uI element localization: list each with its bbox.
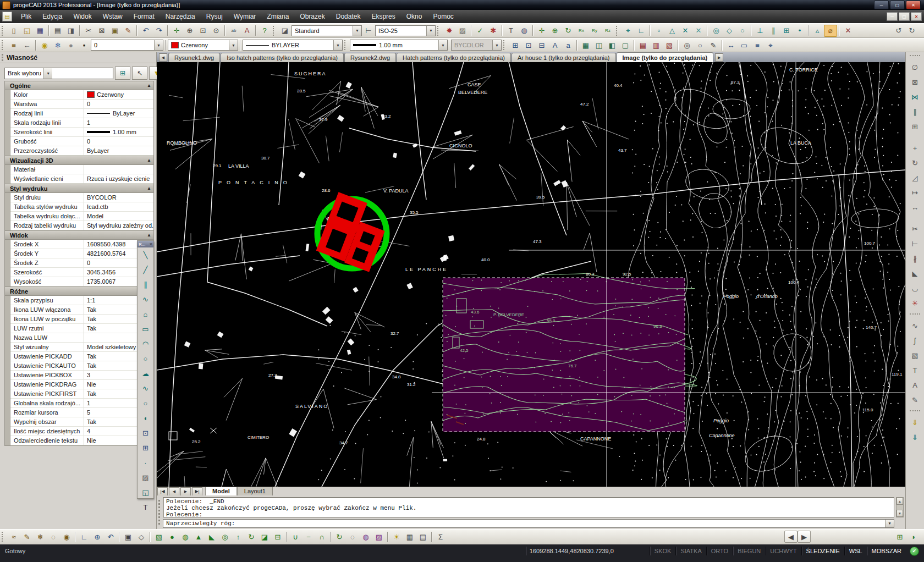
area-inquiry-icon[interactable]: ▭ bbox=[738, 39, 751, 51]
property-section-header[interactable]: Widok▲ bbox=[4, 230, 154, 240]
property-value[interactable]: Czerwony bbox=[84, 90, 153, 100]
image-frame-icon[interactable]: ▢ bbox=[619, 39, 632, 51]
mdi-restore-button[interactable]: ▢ bbox=[899, 12, 910, 21]
menu-wymiar[interactable]: Wymiar bbox=[228, 10, 262, 23]
ucs-world-icon[interactable]: ⊕ bbox=[91, 531, 104, 543]
layer-freeze-obj-icon[interactable]: ❄ bbox=[34, 531, 47, 543]
tab-scroll-right-icon[interactable]: ▶ bbox=[715, 53, 723, 62]
xref-attach-icon[interactable]: ▤ bbox=[636, 39, 650, 51]
attribute-edit-icon[interactable]: a bbox=[562, 39, 575, 51]
ucs-previous-icon[interactable]: ↶ bbox=[104, 531, 117, 543]
view-next-icon[interactable]: ▶ bbox=[798, 531, 811, 543]
scroll-down-b-icon[interactable]: ⇓ bbox=[908, 430, 923, 445]
snap-clear-icon[interactable]: ✕ bbox=[842, 25, 855, 37]
maximize-button[interactable]: ▢ bbox=[890, 1, 905, 9]
document-tab[interactable]: Hatch patterns (tylko do przeglądania) bbox=[397, 53, 511, 62]
status-toggle-mobszar[interactable]: MOBSZAR bbox=[867, 547, 906, 555]
hide-icon[interactable]: ◌ bbox=[346, 531, 359, 543]
find-replace-icon[interactable]: ✱ bbox=[487, 25, 500, 37]
solid-cone-icon[interactable]: ▲ bbox=[192, 531, 205, 543]
view-named-icon[interactable]: ▣ bbox=[122, 531, 135, 543]
light-icon[interactable]: ☀ bbox=[390, 531, 403, 543]
solid-wedge-icon[interactable]: ◣ bbox=[205, 531, 218, 543]
status-toggle-skok[interactable]: SKOK bbox=[650, 547, 676, 555]
mirror-icon[interactable]: ⋈ bbox=[908, 90, 923, 104]
snap-settings-icon[interactable]: ⌖ bbox=[622, 25, 635, 37]
status-toggle-siatka[interactable]: SIATKA bbox=[675, 547, 706, 555]
line-icon[interactable]: ╲ bbox=[138, 247, 153, 262]
rotate-y-icon[interactable]: Ry bbox=[588, 25, 601, 37]
xref-bind-icon[interactable]: ▥ bbox=[650, 39, 663, 51]
layer-bulb-icon[interactable]: ◉ bbox=[38, 39, 51, 51]
copy-icon[interactable]: ⊠ bbox=[95, 25, 108, 37]
layer-manager-icon[interactable]: ≡ bbox=[7, 39, 20, 51]
property-value[interactable]: Styl wydruku zależny od... bbox=[84, 221, 153, 230]
style-manager-icon[interactable]: ◪ bbox=[278, 25, 292, 37]
trim-icon[interactable]: ✂ bbox=[908, 222, 923, 236]
multiline-icon[interactable]: ∥ bbox=[138, 277, 153, 292]
property-value[interactable] bbox=[84, 165, 153, 174]
pan-icon[interactable]: ✛ bbox=[170, 25, 183, 37]
rotate-x-icon[interactable]: Rx bbox=[575, 25, 588, 37]
menu-pomoc[interactable]: Pomoc bbox=[427, 10, 459, 23]
ucs-icon-icon[interactable]: ∟ bbox=[78, 531, 91, 543]
layer-freeze-icon[interactable]: ❄ bbox=[51, 39, 64, 51]
linetype-combo[interactable]: BYLAYER bbox=[243, 40, 343, 51]
subtract-icon[interactable]: − bbox=[302, 531, 315, 543]
menu-edycja[interactable]: Edycja bbox=[37, 10, 68, 23]
properties-painter-icon[interactable]: ✎ bbox=[707, 39, 720, 51]
layer-off-obj-icon[interactable]: ◌ bbox=[47, 531, 60, 543]
status-ok-icon[interactable]: ✔ bbox=[910, 547, 919, 556]
paste-icon[interactable]: ▣ bbox=[108, 25, 122, 37]
undo-icon[interactable]: ↶ bbox=[139, 25, 152, 37]
extend-icon[interactable]: ⊢ bbox=[908, 236, 923, 251]
layout-tab-layout1[interactable]: Layout1 bbox=[237, 487, 273, 496]
tab-scroll-left-icon[interactable]: ◀ bbox=[159, 53, 167, 62]
orbit-icon[interactable]: ↻ bbox=[562, 25, 575, 37]
rectangle-icon[interactable]: ▭ bbox=[138, 322, 153, 337]
snap-from-icon[interactable]: ∟ bbox=[635, 25, 648, 37]
nav-next-icon[interactable]: ▶ bbox=[180, 487, 191, 496]
status-toggle-biegun[interactable]: BIEGUN bbox=[733, 547, 765, 555]
image-attach-icon[interactable]: ▦ bbox=[579, 39, 592, 51]
color-combo[interactable]: Czerwony bbox=[168, 40, 238, 51]
id-point-icon[interactable]: ⌖ bbox=[764, 39, 777, 51]
array-icon[interactable]: ⊞ bbox=[908, 119, 923, 134]
print-preview-icon[interactable]: ◨ bbox=[64, 25, 78, 37]
edit-polyline-icon[interactable]: ∿ bbox=[908, 318, 923, 333]
dim-style-icon[interactable]: ⊢ bbox=[362, 25, 375, 37]
insert-block-icon[interactable]: ⊡ bbox=[138, 426, 153, 440]
status-toggle-orto[interactable]: ORTO bbox=[706, 547, 733, 555]
command-input[interactable]: Naprzeciwległy róg: bbox=[163, 519, 894, 528]
text-mask-icon[interactable]: T bbox=[504, 25, 518, 37]
snap-tangent-icon[interactable]: ○ bbox=[736, 25, 749, 37]
polygon-icon[interactable]: ⌂ bbox=[138, 307, 153, 322]
hatch-icon[interactable]: ▨ bbox=[138, 470, 153, 485]
property-section-header[interactable]: Styl wydruku▲ bbox=[4, 184, 154, 193]
status-toggle-śledzenie[interactable]: ŚLEDZENIE bbox=[801, 547, 844, 555]
background-icon[interactable]: ▤ bbox=[416, 531, 430, 543]
distance-icon[interactable]: ↔ bbox=[724, 39, 738, 51]
layer-previous-icon[interactable]: ← bbox=[20, 39, 34, 51]
layer-color-icon[interactable]: ▪ bbox=[78, 39, 91, 51]
select-objects-button[interactable]: ↖ bbox=[132, 67, 147, 80]
snap-perpendicular-icon[interactable]: ⊥ bbox=[754, 25, 767, 37]
snap-none-icon[interactable]: ⌀ bbox=[824, 25, 837, 37]
menu-ekspres[interactable]: Ekspres bbox=[366, 10, 400, 23]
copy-object-icon[interactable]: ⊠ bbox=[908, 75, 923, 90]
zoom-dynamic-icon[interactable]: ⊕ bbox=[548, 25, 562, 37]
menu-narzędzia[interactable]: Narzędzia bbox=[160, 10, 201, 23]
close-button[interactable]: ✕ bbox=[906, 1, 921, 9]
menu-wstaw[interactable]: Wstaw bbox=[97, 10, 128, 23]
document-tab[interactable]: Iso hatch patterns (tylko do przeglądani… bbox=[221, 53, 344, 62]
menu-okno[interactable]: Okno bbox=[401, 10, 428, 23]
snap-insertion-icon[interactable]: ⊞ bbox=[780, 25, 793, 37]
snap-midpoint-icon[interactable]: △ bbox=[666, 25, 679, 37]
shade-mode-icon[interactable]: ◑ bbox=[906, 531, 920, 543]
wblock-icon[interactable]: ⊟ bbox=[535, 39, 548, 51]
circle-icon[interactable]: ○ bbox=[138, 351, 153, 366]
property-value[interactable]: Model bbox=[84, 212, 153, 221]
command-history[interactable]: Polecenie: _END Jeżeli chcesz zakończyć … bbox=[163, 497, 894, 517]
layer-match-icon[interactable]: ✎ bbox=[20, 531, 34, 543]
property-value[interactable]: ByLayer bbox=[84, 109, 153, 118]
